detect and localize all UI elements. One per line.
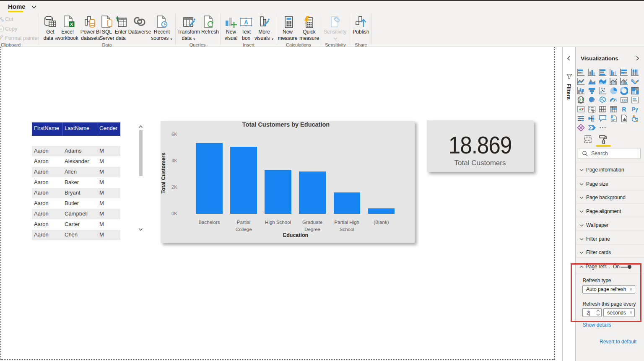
svg-text:a: a — [611, 115, 613, 118]
svg-text:X: X — [70, 22, 73, 27]
svg-text:R: R — [622, 106, 626, 112]
svg-text:Py: Py — [632, 106, 638, 112]
svg-text:A: A — [244, 19, 248, 26]
svg-text:123: 123 — [621, 99, 627, 102]
